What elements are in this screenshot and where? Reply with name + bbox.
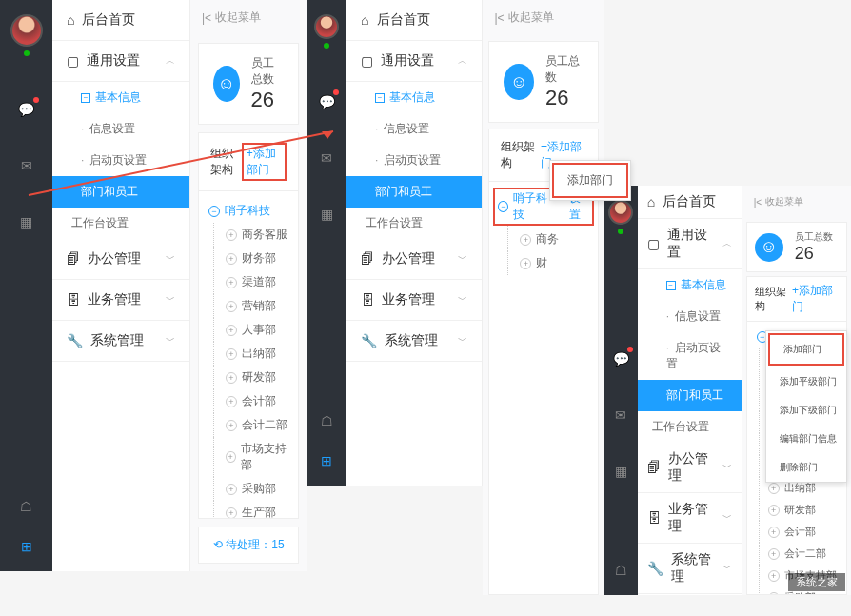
sidebar-info[interactable]: 信息设置 bbox=[638, 301, 742, 332]
collapse-menu[interactable]: |<收起菜单 bbox=[190, 0, 307, 35]
apps-icon[interactable]: ⊞ bbox=[316, 450, 337, 471]
sidebar-general[interactable]: ▢通用设置︿ bbox=[638, 219, 742, 269]
expand-icon[interactable]: + bbox=[226, 396, 237, 407]
sidebar-basic-info[interactable]: −基本信息 bbox=[638, 269, 742, 301]
expand-icon[interactable]: + bbox=[226, 451, 236, 463]
sidebar-biz[interactable]: 🗄业务管理﹀ bbox=[346, 280, 482, 321]
collapse-menu[interactable]: |<收起菜单 bbox=[742, 186, 851, 218]
tree-item[interactable]: +人事部 bbox=[199, 318, 298, 342]
expand-icon[interactable]: + bbox=[768, 570, 780, 582]
collapse-toggle-icon[interactable]: − bbox=[208, 206, 220, 217]
tree-item[interactable]: +出纳部 bbox=[199, 342, 298, 366]
add-dept-link[interactable]: +添加部门 bbox=[242, 143, 287, 181]
tree-item[interactable]: +商务客服 bbox=[199, 223, 298, 247]
ctx-add[interactable]: 添加部门 bbox=[768, 333, 844, 366]
expand-icon[interactable]: + bbox=[768, 548, 780, 560]
tree-item[interactable]: +商务 bbox=[493, 226, 593, 251]
sidebar-system[interactable]: 🔧系统管理﹀ bbox=[52, 321, 189, 362]
ctx-child[interactable]: 添加下级部门 bbox=[766, 396, 846, 425]
sidebar-dept[interactable]: 部门和员工 bbox=[638, 380, 742, 411]
expand-icon[interactable]: + bbox=[226, 348, 237, 360]
stats-icon[interactable]: ▦ bbox=[610, 461, 631, 482]
tree-item[interactable]: +市场支持部 bbox=[199, 437, 298, 477]
expand-icon[interactable]: + bbox=[520, 258, 531, 269]
chat-icon[interactable]: 💬 bbox=[16, 99, 37, 120]
sidebar-system[interactable]: 🔧系统管理﹀ bbox=[346, 321, 482, 362]
apps-icon[interactable]: ⊞ bbox=[16, 536, 37, 557]
expand-icon[interactable]: + bbox=[226, 484, 237, 495]
sidebar-basic-info[interactable]: −基本信息 bbox=[346, 82, 482, 113]
sidebar-system[interactable]: 🔧系统管理﹀ bbox=[638, 544, 742, 594]
sidebar-dept[interactable]: 部门和员工 bbox=[52, 176, 189, 208]
mail-icon[interactable]: ✉ bbox=[16, 155, 37, 176]
tree-item[interactable]: +营销部 bbox=[199, 294, 298, 318]
chat-icon[interactable]: 💬 bbox=[610, 348, 631, 369]
sidebar-office[interactable]: 🗐办公管理﹀ bbox=[346, 239, 482, 280]
ctx-del[interactable]: 删除部门 bbox=[766, 453, 846, 482]
expand-icon[interactable]: + bbox=[226, 301, 237, 312]
sidebar-office[interactable]: 🗐办公管理﹀ bbox=[638, 443, 742, 493]
tree-item[interactable]: +财 bbox=[493, 251, 593, 275]
sidebar-bench[interactable]: 工作台设置 bbox=[638, 411, 742, 443]
expand-icon[interactable]: + bbox=[226, 420, 237, 431]
expand-icon[interactable]: + bbox=[226, 277, 237, 288]
chat-icon[interactable]: 💬 bbox=[316, 91, 337, 112]
tree-item[interactable]: +财务部 bbox=[199, 247, 298, 270]
sidebar-bench[interactable]: 工作台设置 bbox=[52, 208, 189, 239]
expand-icon[interactable]: + bbox=[768, 592, 780, 596]
sidebar-biz[interactable]: 🗄业务管理﹀ bbox=[638, 493, 742, 544]
add-dept-link[interactable]: +添加部门 bbox=[792, 283, 839, 315]
mail-icon[interactable]: ✉ bbox=[610, 405, 631, 426]
sidebar-info[interactable]: 信息设置 bbox=[346, 113, 482, 145]
sidebar-office[interactable]: 🗐办公管理﹀ bbox=[52, 239, 189, 280]
sidebar-home[interactable]: ⌂后台首页 bbox=[346, 0, 482, 41]
ctx-add-dept[interactable]: 添加部门 bbox=[552, 163, 628, 198]
tree-item[interactable]: +研发部 bbox=[199, 366, 298, 389]
expand-icon[interactable]: + bbox=[768, 505, 780, 516]
stats-icon[interactable]: ▦ bbox=[16, 211, 37, 232]
mail-icon[interactable]: ✉ bbox=[316, 148, 337, 169]
sidebar-biz[interactable]: 🗄业务管理﹀ bbox=[52, 280, 189, 321]
tree-item[interactable]: +研发部 bbox=[747, 499, 846, 521]
avatar[interactable] bbox=[608, 200, 633, 225]
tree-item[interactable]: +采购部 bbox=[199, 477, 298, 501]
expand-icon[interactable]: + bbox=[226, 253, 237, 265]
ctx-peer[interactable]: 添加平级部门 bbox=[766, 368, 846, 396]
collapse-toggle-icon[interactable]: − bbox=[498, 201, 508, 212]
tree-item[interactable]: +会计部 bbox=[747, 521, 846, 543]
expand-icon[interactable]: + bbox=[226, 229, 237, 241]
expand-icon[interactable]: + bbox=[226, 372, 237, 384]
tree-item[interactable]: +会计二部 bbox=[747, 543, 846, 565]
expand-icon[interactable]: + bbox=[768, 483, 780, 494]
sidebar-general[interactable]: ▢通用设置︿ bbox=[346, 41, 482, 82]
user-icon[interactable]: ☖ bbox=[610, 560, 631, 581]
sidebar-home[interactable]: ⌂后台首页 bbox=[638, 186, 742, 219]
tree-root[interactable]: −哨子科技 bbox=[199, 199, 298, 223]
sidebar-home[interactable]: ⌂后台首页 bbox=[52, 0, 189, 41]
user-icon[interactable]: ☖ bbox=[316, 410, 337, 431]
expand-icon[interactable]: + bbox=[520, 234, 531, 246]
tree-item[interactable]: +渠道部 bbox=[199, 270, 298, 294]
collapse-menu[interactable]: |<收起菜单 bbox=[483, 0, 604, 35]
avatar[interactable] bbox=[314, 14, 339, 39]
sidebar-general[interactable]: ▢通用设置︿ bbox=[52, 41, 189, 82]
sidebar-start[interactable]: 启动页设置 bbox=[52, 145, 189, 176]
tree-item[interactable]: +会计部 bbox=[199, 389, 298, 413]
expand-icon[interactable]: + bbox=[226, 325, 237, 336]
pending-row[interactable]: ⟲ 待处理：15 bbox=[198, 527, 299, 564]
expand-icon[interactable]: + bbox=[768, 527, 780, 538]
sidebar-info[interactable]: 信息设置 bbox=[52, 113, 189, 145]
sidebar-start[interactable]: 启动页设置 bbox=[638, 332, 742, 380]
tree-item[interactable]: +生产部 bbox=[199, 501, 298, 519]
chevron-up-icon: ︿ bbox=[722, 237, 732, 250]
expand-icon[interactable]: + bbox=[226, 507, 237, 519]
tree-item[interactable]: +会计二部 bbox=[199, 413, 298, 437]
avatar[interactable] bbox=[10, 14, 43, 47]
sidebar-dept[interactable]: 部门和员工 bbox=[346, 176, 482, 208]
sidebar-bench[interactable]: 工作台设置 bbox=[346, 208, 482, 239]
ctx-edit[interactable]: 编辑部门信息 bbox=[766, 425, 846, 453]
sidebar-start[interactable]: 启动页设置 bbox=[346, 145, 482, 176]
user-icon[interactable]: ☖ bbox=[16, 496, 37, 517]
sidebar-basic-info[interactable]: −基本信息 bbox=[52, 82, 189, 113]
stats-icon[interactable]: ▦ bbox=[316, 204, 337, 225]
